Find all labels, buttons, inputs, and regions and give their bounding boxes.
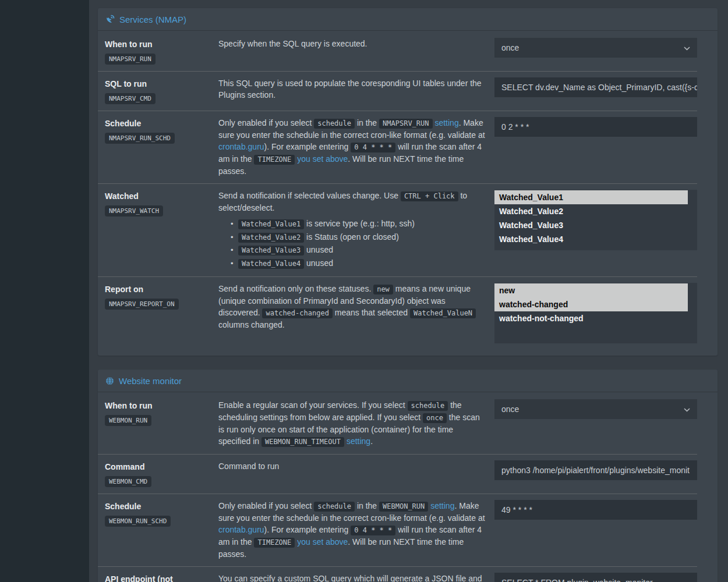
inline-code-badge: 0 4 * * * [351, 526, 395, 535]
listbox-option[interactable]: new [494, 283, 688, 297]
description-text: Enable a regular scan of your services. … [218, 400, 408, 410]
inline-code-badge: Watched_ValueN [410, 308, 476, 318]
select-value: once [501, 404, 519, 414]
setting-label: Schedule [105, 500, 218, 512]
setting-row: When to runWEBMON_RUNEnable a regular sc… [98, 393, 718, 454]
inline-code-badge: CTRL + Click [401, 191, 458, 201]
description-text: unused [304, 258, 333, 268]
setting-key-badge: WEBMON_RUN_SCHD [105, 516, 171, 527]
webmon-run-select[interactable]: once [494, 399, 697, 419]
listbox-option[interactable]: Watched_Value3 [494, 218, 688, 232]
setting-row: ScheduleNMAPSRV_RUN_SCHDOnly enabled if … [98, 111, 718, 183]
section-title: Website monitor [119, 376, 182, 386]
setting-key-badge: NMAPSRV_RUN_SCHD [105, 133, 175, 144]
settings-section-card: Services (NMAP)When to runNMAPSRV_RUNSpe… [98, 8, 718, 356]
setting-description: Specify when the SQL query is executed. [218, 38, 494, 65]
setting-input-column: newwatched-changedwatched-not-changed [494, 283, 697, 343]
setting-description: You can specify a custom SQL query which… [218, 573, 494, 582]
setting-label-column: ScheduleWEBMON_RUN_SCHD [105, 500, 218, 560]
setting-key-badge: WEBMON_CMD [105, 476, 151, 487]
listbox-option[interactable]: Watched_Value4 [494, 232, 688, 246]
inline-code-badge: once [423, 413, 447, 423]
description-text: is service type (e.g.: http, ssh) [304, 219, 415, 228]
inline-code-badge: Watched_Value2 [238, 233, 304, 243]
setting-row: SQL to runNMAPSRV_CMDThis SQL query is u… [98, 71, 718, 111]
nmapsrv-cmd-input[interactable]: SELECT dv.dev_Name as Object_PrimaryID, … [494, 77, 697, 97]
settings-section-card: Website monitorWhen to runWEBMON_RUNEnab… [98, 370, 718, 582]
setting-input-column: 49 * * * * [494, 500, 697, 560]
nmapsrv-run-select[interactable]: once [494, 38, 697, 58]
satellite-dish-icon [105, 15, 115, 24]
description-text: . [370, 436, 373, 446]
description-text: This SQL query is used to populate the c… [218, 79, 482, 100]
setting-label-column: WatchedNMAPSRV_WATCH [105, 190, 218, 270]
section-header: Services (NMAP) [98, 8, 718, 31]
description-link[interactable]: setting [347, 436, 370, 446]
description-link[interactable]: setting [430, 501, 454, 510]
nmapsrv-run-schd-input[interactable]: 0 2 * * * [494, 117, 697, 137]
input-value: SELECT * FROM plugin_website_monitor [501, 578, 653, 582]
listbox-option[interactable]: Watched_Value2 [494, 204, 688, 218]
inline-code-badge: 0 4 * * * [351, 143, 395, 152]
list-item: Watched_Value3 unused [238, 244, 485, 257]
setting-label-column: SQL to runNMAPSRV_CMD [105, 77, 218, 104]
setting-row: When to runNMAPSRV_RUNSpecify when the S… [98, 31, 718, 71]
setting-row: CommandWEBMON_CMDCommand to runpython3 /… [98, 454, 718, 494]
setting-row: WatchedNMAPSRV_WATCHSend a notification … [98, 183, 718, 276]
setting-label: Schedule [105, 117, 218, 129]
setting-input-column: 0 2 * * * [494, 117, 697, 177]
description-text: Command to run [218, 462, 279, 471]
input-value: python3 /home/pi/pialert/front/plugins/w… [501, 466, 690, 475]
nmapsrv-watch-listbox[interactable]: Watched_Value1Watched_Value2Watched_Valu… [494, 190, 697, 250]
webmon-api-sql-input[interactable]: SELECT * FROM plugin_website_monitor [494, 573, 697, 582]
section-body: When to runNMAPSRV_RUNSpecify when the S… [98, 31, 718, 356]
setting-input-column: SELECT * FROM plugin_website_monitor [494, 573, 697, 582]
listbox-option[interactable]: Watched_Value1 [494, 190, 688, 204]
inline-code-badge: WEBMON_RUN_TIMEOUT [261, 437, 344, 447]
description-link[interactable]: crontab.guru [218, 142, 264, 151]
setting-input-column: SELECT dv.dev_Name as Object_PrimaryID, … [494, 77, 697, 104]
setting-description: Only enabled if you select schedule in t… [218, 117, 494, 177]
description-text: Only enabled if you select [218, 501, 314, 510]
setting-label: When to run [105, 399, 218, 411]
setting-row: API endpoint (not implemented)WEBMON_API… [98, 566, 718, 582]
description-link[interactable]: you set above [297, 154, 348, 164]
setting-label-column: CommandWEBMON_CMD [105, 460, 218, 487]
setting-row: ScheduleWEBMON_RUN_SCHDOnly enabled if y… [98, 494, 718, 566]
description-link[interactable]: setting [434, 118, 458, 127]
description-text: unused [304, 245, 333, 254]
setting-input-column: python3 /home/pi/pialert/front/plugins/w… [494, 460, 697, 487]
description-text: You can specify a custom SQL query which… [218, 574, 482, 582]
description-link[interactable]: crontab.guru [218, 525, 264, 534]
setting-label: API endpoint (not implemented) [105, 573, 218, 582]
list-item: Watched_Value2 is Status (open or closed… [238, 231, 485, 244]
setting-description: This SQL query is used to populate the c… [218, 77, 494, 104]
webmon-cmd-input[interactable]: python3 /home/pi/pialert/front/plugins/w… [494, 460, 697, 480]
setting-label-column: ScheduleNMAPSRV_RUN_SCHD [105, 117, 218, 177]
description-text: Send a notification only on these status… [218, 284, 373, 293]
input-value: 0 2 * * * [501, 122, 529, 132]
nmapsrv-report-on-listbox[interactable]: newwatched-changedwatched-not-changed [494, 283, 697, 343]
inline-code-badge: Watched_Value4 [238, 259, 304, 269]
setting-label: SQL to run [105, 77, 218, 90]
webmon-run-schd-input[interactable]: 49 * * * * [494, 500, 697, 520]
setting-label-column: When to runWEBMON_RUN [105, 399, 218, 448]
setting-key-badge: NMAPSRV_RUN [105, 54, 156, 65]
description-text: ). For example entering [264, 142, 351, 151]
setting-input-column: once [494, 399, 697, 448]
description-text: Only enabled if you select [218, 118, 314, 127]
section-title: Services (NMAP) [119, 15, 186, 24]
description-bullet-list: Watched_Value1 is service type (e.g.: ht… [218, 218, 485, 270]
setting-description: Only enabled if you select schedule in t… [218, 500, 494, 560]
setting-description: Send a notification if selected values c… [218, 190, 494, 270]
inline-code-badge: schedule [314, 502, 355, 512]
setting-row: Report onNMAPSRV_REPORT_ONSend a notific… [98, 276, 718, 350]
setting-description: Enable a regular scan of your services. … [218, 399, 494, 448]
setting-description: Command to run [218, 460, 494, 487]
list-item: Watched_Value1 is service type (e.g.: ht… [238, 218, 485, 231]
listbox-option[interactable]: watched-not-changed [494, 311, 688, 325]
setting-input-column: Watched_Value1Watched_Value2Watched_Valu… [494, 190, 697, 270]
listbox-option[interactable]: watched-changed [494, 297, 688, 311]
description-link[interactable]: you set above [297, 537, 348, 546]
input-value: 49 * * * * [501, 505, 532, 514]
